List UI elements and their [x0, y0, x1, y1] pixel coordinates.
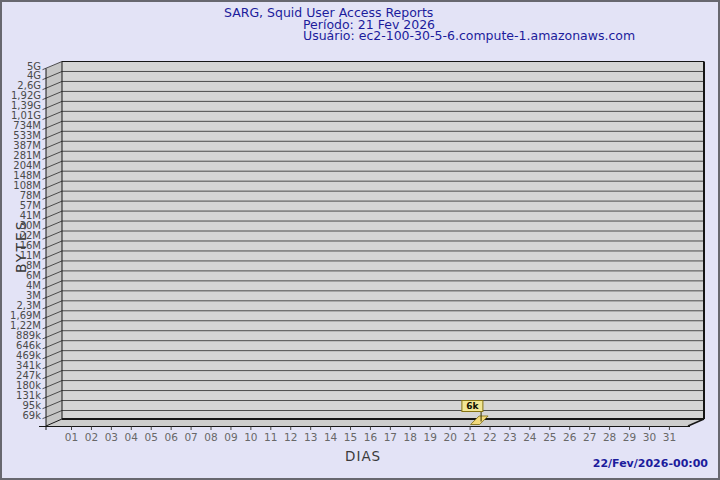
report-timestamp: 22/Fev/2026-00:00	[593, 457, 708, 470]
x-axis-title: DIAS	[345, 448, 381, 464]
x-tick-label: 09	[224, 431, 237, 443]
x-tick-label: 03	[105, 431, 118, 443]
x-tick-label: 14	[324, 431, 338, 443]
x-tick-label: 26	[563, 431, 577, 443]
x-tick-label: 15	[344, 431, 357, 443]
x-tick-label: 20	[443, 431, 456, 443]
chart-floor	[46, 419, 704, 426]
x-tick-label: 29	[623, 431, 636, 443]
bar-value-label: 6k	[466, 401, 479, 411]
x-tick-label: 04	[125, 431, 139, 443]
x-tick-label: 10	[244, 431, 257, 443]
x-tick-label: 18	[404, 431, 417, 443]
sarg-report-page: SARG, Squid User Access Reports Período:…	[0, 0, 720, 480]
x-tick-label: 22	[483, 431, 496, 443]
x-tick-label: 19	[424, 431, 437, 443]
x-tick-label: 28	[603, 431, 616, 443]
x-tick-label: 21	[463, 431, 476, 443]
x-tick-label: 11	[264, 431, 277, 443]
x-tick-label: 31	[663, 431, 676, 443]
x-tick-label: 07	[184, 431, 197, 443]
x-tick-label: 16	[364, 431, 378, 443]
bytes-per-day-chart: 5G4G2,6G1,92G1,39G1,01G734M533M387M281M2…	[2, 2, 720, 480]
x-tick-label: 05	[145, 431, 158, 443]
x-tick-label: 12	[284, 431, 297, 443]
chart-face	[62, 62, 704, 420]
x-tick-label: 02	[85, 431, 98, 443]
x-tick-label: 30	[643, 431, 656, 443]
x-tick-label: 25	[543, 431, 556, 443]
x-tick-label: 13	[304, 431, 317, 443]
x-tick-label: 01	[65, 431, 78, 443]
y-tick-label: 69k	[22, 410, 41, 421]
x-tick-label: 08	[204, 431, 217, 443]
x-tick-label: 24	[523, 431, 537, 443]
x-tick-label: 06	[164, 431, 178, 443]
x-tick-label: 27	[583, 431, 596, 443]
x-tick-label: 23	[503, 431, 516, 443]
x-tick-label: 17	[384, 431, 397, 443]
